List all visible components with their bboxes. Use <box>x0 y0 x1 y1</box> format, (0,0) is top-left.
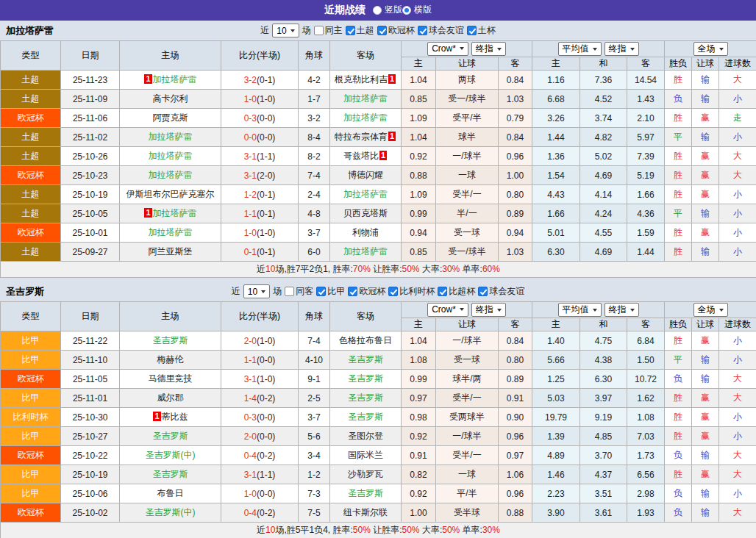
away-team-cell: 哥兹塔比1 <box>330 147 402 166</box>
avg-source-select[interactable]: 平均值 <box>558 42 602 56</box>
corners-cell: 7-4 <box>299 166 330 185</box>
league-filter[interactable]: 土超 <box>346 24 375 37</box>
odds-handicap: 受平/半 <box>436 109 499 128</box>
match-row: 比甲25-11-01威尔郡1-4(0-2)2-5圣吉罗斯0.97受半/一0.91… <box>1 389 756 408</box>
odds-source-select-value: Crow* <box>432 43 456 54</box>
odds-handicap: 受半/一 <box>436 446 499 465</box>
league-filter[interactable]: 欧冠杯 <box>348 285 386 298</box>
match-count-select[interactable]: 10 <box>243 284 270 298</box>
col-home: 主场 <box>120 41 221 71</box>
team-name-text: 圣吉罗斯 <box>348 373 383 384</box>
avg-draw: 4.38 <box>580 351 627 370</box>
team-section: 加拉塔萨雷近10场同主土超欧冠杯球会友谊土杯类型日期主场比分(半场)角球客场Cr… <box>0 21 756 278</box>
summary-segment: 70% <box>353 264 371 274</box>
title-bar: 近期战绩 竖版横版 <box>0 0 756 21</box>
odds-away: 0.89 <box>499 370 532 389</box>
team-name-text: 加拉塔萨雷 <box>343 246 388 257</box>
odds-source-select[interactable]: Crow* <box>427 42 468 56</box>
checked-checkbox[interactable] <box>467 26 477 35</box>
league-filter-label: 土杯 <box>477 24 496 37</box>
odds-source-select[interactable]: Crow* <box>427 303 468 317</box>
league-badge: 比甲 <box>1 331 61 351</box>
league-filter[interactable]: 球会友谊 <box>478 285 525 298</box>
result-text: 小 <box>733 227 742 237</box>
scope-select[interactable]: 全场 <box>693 303 728 317</box>
home-team-cell: 加拉塔萨雷 <box>120 147 221 166</box>
match-date: 25-10-23 <box>61 166 120 185</box>
avg-endtime-select[interactable]: 终指 <box>605 303 639 317</box>
col-date: 日期 <box>61 302 120 331</box>
odds-home: 0.82 <box>402 465 436 484</box>
odds-away: 0.84 <box>499 331 532 351</box>
checked-checkbox[interactable] <box>478 287 488 296</box>
checked-checkbox[interactable] <box>316 287 326 296</box>
league-badge: 欧冠杯 <box>1 503 61 523</box>
subcol-odds-home: 主 <box>402 318 436 331</box>
layout-radio-vertical[interactable]: 竖版 <box>373 4 402 16</box>
corners-cell: 3-4 <box>299 446 330 465</box>
avg-home: 1.39 <box>532 427 580 446</box>
odds-away: 0.80 <box>499 351 532 370</box>
result-text: 赢 <box>701 431 710 441</box>
scope-select[interactable]: 全场 <box>693 42 728 56</box>
result-outcome: 负 <box>665 503 692 523</box>
avg-source-select-value: 平均值 <box>563 43 589 55</box>
league-filter[interactable]: 球会友谊 <box>418 24 465 37</box>
chevron-down-icon <box>593 309 597 312</box>
result-outcome: 负 <box>665 90 692 109</box>
avg-draw: 6.30 <box>580 370 627 389</box>
result-goals: 小 <box>719 243 756 262</box>
avg-away: 5.19 <box>627 166 665 185</box>
team-name-text: 特拉布宗体育 <box>335 132 388 142</box>
summary-row: 近10场,胜5平1负4, 胜率:50% 让胜率:50% 大率:50% 单率:30… <box>1 523 756 538</box>
odds-away: 0.80 <box>499 185 532 204</box>
result-text: 输 <box>701 450 710 460</box>
layout-radio-horizontal[interactable]: 横版 <box>402 4 432 16</box>
result-text: 小 <box>733 189 742 199</box>
checked-checkbox[interactable] <box>388 287 398 296</box>
checked-checkbox[interactable] <box>348 287 357 296</box>
league-filter[interactable]: 比超杯 <box>438 285 476 298</box>
league-filter[interactable]: 比甲 <box>316 285 346 298</box>
checked-checkbox[interactable] <box>377 26 387 35</box>
match-date: 25-11-09 <box>61 90 120 109</box>
unchecked-checkbox[interactable] <box>285 287 294 296</box>
avg-away: 2.98 <box>627 484 665 503</box>
odds-home: 0.98 <box>402 408 436 427</box>
odds-away: 0.97 <box>499 446 532 465</box>
checked-checkbox[interactable] <box>438 287 447 296</box>
checked-checkbox[interactable] <box>418 26 427 35</box>
subcol-handicap-result: 让球 <box>692 57 719 71</box>
home-team-cell: 布鲁日 <box>120 484 221 503</box>
match-count-select[interactable]: 10 <box>272 24 299 37</box>
same-venue-filter[interactable]: 同主 <box>314 24 343 37</box>
checked-checkbox[interactable] <box>346 26 355 35</box>
odds-endtime-select[interactable]: 终指 <box>471 303 506 317</box>
team-name-text: 根克勒比利吉 <box>335 74 388 85</box>
avg-source-select[interactable]: 平均值 <box>558 303 602 317</box>
odds-endtime-select[interactable]: 终指 <box>471 42 506 56</box>
corners-cell: 9-1 <box>299 370 330 389</box>
league-filter[interactable]: 比利时杯 <box>388 285 435 298</box>
avg-endtime-select[interactable]: 终指 <box>605 42 639 56</box>
result-text: 胜 <box>674 189 682 199</box>
score-cell: 2-0(1-0) <box>221 331 299 351</box>
corners-cell: 4-10 <box>299 351 330 370</box>
same-venue-filter[interactable]: 同客 <box>285 285 314 298</box>
team-name-text: 圣吉罗斯 <box>153 431 188 441</box>
unchecked-checkbox[interactable] <box>314 26 324 35</box>
fulltime-score: 1-0 <box>244 228 257 238</box>
corners-cell: 5-6 <box>299 427 330 446</box>
halftime-score: (0-0) <box>257 355 275 365</box>
result-text: 赢 <box>701 469 710 479</box>
result-handicap: 赢 <box>692 389 719 408</box>
home-team-cell: 阿贾克斯 <box>120 109 221 128</box>
odds-endtime-select-value: 终指 <box>476 43 493 55</box>
league-filter[interactable]: 欧冠杯 <box>377 24 416 37</box>
halftime-score: (1-0) <box>257 374 275 384</box>
col-home: 主场 <box>120 302 221 331</box>
team-name-text: 加拉塔萨雷 <box>153 208 197 218</box>
result-handicap: 输 <box>692 446 719 465</box>
league-filter[interactable]: 土杯 <box>467 24 496 37</box>
match-row: 土超25-11-09高卡尔利1-0(1-0)1-7加拉塔萨雷0.85受一/球半1… <box>1 90 756 109</box>
